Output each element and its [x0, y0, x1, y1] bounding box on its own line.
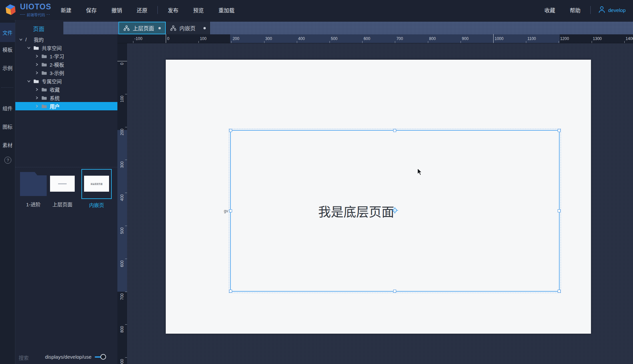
help-icon[interactable]: ? — [4, 157, 11, 164]
topbar: UIOTOS 前端零代码 新建保存撤销还原发布预览重加载 收藏帮助develop — [0, 0, 633, 20]
page-tree: /我的共享空间1-学习2-模板3-示例专属空间收藏系统用户 — [15, 35, 117, 110]
ruler-label: 100 — [200, 36, 206, 41]
folder-icon — [41, 96, 47, 100]
user-icon — [598, 6, 606, 15]
ruler-tick — [264, 41, 264, 43]
folder-icon — [33, 46, 39, 50]
sidebar-item-examples[interactable]: 示例 — [0, 59, 15, 76]
tree-node-example[interactable]: 3-示例 — [15, 69, 117, 77]
page-hierarchy-icon — [123, 25, 130, 31]
tree-node-label: 收藏 — [50, 86, 60, 93]
tree-node-study[interactable]: 1-学习 — [15, 52, 117, 60]
resize-handle-top-right[interactable] — [558, 129, 561, 132]
menu-undo[interactable]: 撤销 — [104, 6, 129, 14]
ruler-label: 500 — [120, 227, 124, 234]
ruler-label: 1000 — [495, 36, 504, 41]
slider-knob-icon[interactable] — [100, 354, 106, 360]
ruler-label: 0 — [167, 36, 169, 41]
tree-node-label: 我的 — [34, 36, 44, 43]
ruler-label: 200 — [232, 36, 239, 41]
page-thumb-preview: 我是底层页面 — [84, 176, 109, 192]
menu-preview[interactable]: 预览 — [186, 6, 211, 14]
panel-footer: 搜索 displays/develop/use — [15, 350, 117, 364]
tree-node-my[interactable]: /我的 — [15, 35, 117, 44]
tree-node-system[interactable]: 系统 — [15, 94, 117, 102]
anchor-crosshair-icon[interactable] — [392, 207, 398, 215]
menu-divider — [590, 6, 591, 14]
resize-handle-middle-right[interactable] — [558, 209, 561, 212]
menu-new[interactable]: 新建 — [53, 6, 79, 14]
tree-node-user[interactable]: 用户 — [15, 102, 117, 110]
vertical-ruler: 0100200300400500600700800900 — [117, 43, 127, 364]
menu-save[interactable]: 保存 — [79, 6, 104, 14]
slash-icon: / — [25, 37, 31, 42]
tab-embedded-page[interactable]: 内嵌页 — [166, 22, 210, 34]
logo-cube-icon — [4, 3, 17, 17]
thumbnail-label: 内嵌页 — [82, 201, 111, 208]
selection-box[interactable]: gv — [230, 130, 560, 292]
chevron-down-icon — [27, 46, 31, 50]
zoom-slider[interactable] — [95, 354, 111, 360]
ruler-label: 700 — [120, 293, 124, 300]
sidebar-item-materials[interactable]: 素材 — [0, 136, 15, 153]
search-input[interactable]: 搜索 — [19, 354, 29, 361]
ruler-tick — [559, 41, 559, 43]
ruler-tick — [125, 94, 127, 94]
element-id-label: gv — [218, 209, 228, 213]
folder-icon — [41, 104, 47, 109]
chevron-right-icon — [35, 54, 39, 58]
tree-node-private-space[interactable]: 专属空间 — [15, 77, 117, 85]
thumbnail-embedded-page[interactable]: 我是底层页面内嵌页 — [81, 169, 112, 199]
resize-handle-bottom-left[interactable] — [229, 290, 232, 293]
app-subtitle: 前端零代码 — [20, 12, 51, 17]
resize-handle-top-left[interactable] — [229, 129, 232, 132]
menu-help[interactable]: 帮助 — [562, 6, 588, 14]
sidebar-item-files[interactable]: 文件 — [0, 23, 15, 42]
sidebar-item-templates[interactable]: 模板 — [0, 41, 15, 58]
tree-node-label: 用户 — [50, 103, 60, 110]
folder-icon — [33, 79, 39, 84]
resize-handle-top-middle[interactable] — [393, 129, 396, 132]
ruler-label: 800 — [120, 326, 124, 333]
resize-handle-bottom-right[interactable] — [558, 290, 561, 293]
resize-handle-bottom-middle[interactable] — [393, 290, 396, 293]
thumbnail-label: 1-进阶 — [20, 201, 47, 208]
ruler-tick — [125, 324, 127, 325]
thumbnail-upper-page[interactable]: 上层页面 — [50, 172, 75, 205]
ruler-label: 900 — [120, 359, 124, 364]
sidebar-divider — [1, 87, 13, 88]
ruler-label: 500 — [331, 36, 338, 41]
ruler-tick — [428, 41, 428, 43]
ruler-tick — [362, 41, 363, 43]
chevron-right-icon — [35, 71, 39, 75]
user-chip[interactable]: develop — [593, 6, 628, 15]
tree-node-label: 共享空间 — [42, 44, 62, 51]
thumbnail-label: 上层页面 — [50, 201, 75, 208]
ruler-label: 1200 — [560, 36, 569, 41]
page-thumb-preview — [50, 176, 75, 192]
ruler-tick — [493, 34, 494, 43]
menu-reload[interactable]: 重加载 — [211, 6, 242, 14]
ruler-label: 100 — [120, 96, 124, 102]
menu-restore[interactable]: 还原 — [129, 6, 155, 14]
tree-node-collect[interactable]: 收藏 — [15, 85, 117, 94]
tab-strip: 上层页面内嵌页 — [63, 22, 633, 34]
ruler-tick — [198, 41, 199, 43]
menu-publish[interactable]: 发布 — [160, 6, 186, 14]
resize-handle-middle-left[interactable] — [229, 209, 232, 212]
menu-favorites[interactable]: 收藏 — [537, 6, 562, 14]
sidebar-item-icons[interactable]: 图标 — [0, 118, 15, 135]
tab-upper-page[interactable]: 上层页面 — [118, 22, 166, 34]
sidebar-item-components[interactable]: 组件 — [0, 99, 15, 117]
ruler-tick — [297, 41, 297, 43]
ruler-tick — [592, 41, 592, 43]
tree-node-label: 专属空间 — [42, 78, 62, 85]
app-logo[interactable]: UIOTOS 前端零代码 — [0, 3, 53, 17]
tree-node-template[interactable]: 2-模板 — [15, 60, 117, 69]
thumbnail-advanced[interactable]: 1-进阶 — [20, 172, 47, 205]
ruler-tick — [133, 41, 133, 43]
ruler-tick — [166, 34, 166, 43]
tab-label: 上层页面 — [133, 24, 154, 32]
tree-node-shared-space[interactable]: 共享空间 — [15, 44, 117, 52]
ruler-label: 800 — [429, 36, 436, 41]
